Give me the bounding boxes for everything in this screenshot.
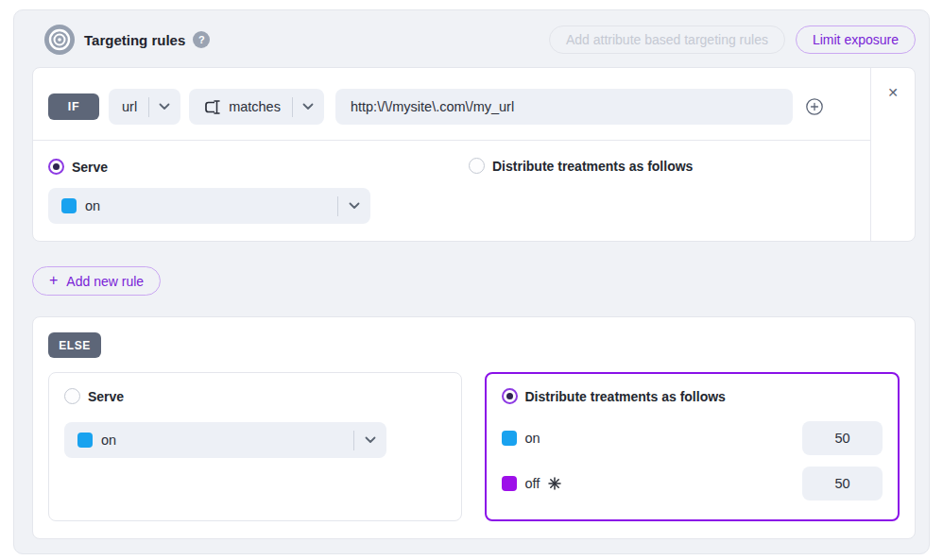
rule-side-column: ✕ <box>870 68 915 241</box>
default-treatment-select-value: on <box>101 433 353 448</box>
rule-divider <box>33 140 870 141</box>
serve-subcard: Serve on <box>48 372 462 521</box>
add-condition-icon[interactable] <box>805 97 824 116</box>
treatment-swatch <box>502 476 517 491</box>
plus-icon: + <box>49 273 58 288</box>
treatment-percent-input[interactable] <box>802 421 883 455</box>
treatment-select[interactable]: on <box>48 188 370 224</box>
default-rule-options: Serve on Distribute treatments as follow… <box>48 372 900 521</box>
matcher-select[interactable]: matches <box>189 89 324 125</box>
target-icon <box>44 25 75 55</box>
rule-condition-row: IF url matches <box>48 89 855 125</box>
panel-header: Targeting rules ? Add attribute based ta… <box>14 25 929 55</box>
distribute-radio-label: Distribute treatments as follows <box>492 159 693 174</box>
attribute-select[interactable]: url <box>109 89 180 125</box>
add-new-rule-label: Add new rule <box>66 274 144 289</box>
serve-radio-label: Serve <box>72 160 108 175</box>
default-distribute-radio[interactable]: Distribute treatments as follows <box>502 388 726 404</box>
distribute-radio[interactable]: Distribute treatments as follows <box>469 158 693 174</box>
treatment-name: off <box>525 476 540 491</box>
default-treatment-select[interactable]: on <box>64 422 386 458</box>
select-divider <box>337 196 338 216</box>
radio-unchecked-icon <box>64 388 80 404</box>
default-distribute-radio-label: Distribute treatments as follows <box>525 389 726 404</box>
help-icon[interactable]: ? <box>193 31 210 48</box>
chevron-down-icon <box>159 103 170 110</box>
add-attribute-rules-button: Add attribute based targeting rules <box>549 25 785 54</box>
string-matcher-icon <box>202 99 222 115</box>
select-divider <box>148 97 149 117</box>
radio-checked-icon <box>48 159 64 175</box>
default-serve-radio-label: Serve <box>88 389 124 404</box>
treatment-percent-input[interactable] <box>802 467 883 501</box>
select-divider <box>292 97 293 117</box>
else-badge: ELSE <box>48 332 101 358</box>
radio-checked-icon <box>502 388 518 404</box>
chevron-down-icon <box>349 202 360 210</box>
matcher-select-value: matches <box>229 99 281 114</box>
treatment-swatch <box>502 431 517 446</box>
targeting-rules-panel: Targeting rules ? Add attribute based ta… <box>13 9 930 554</box>
treatment-name: on <box>525 431 540 446</box>
match-value-input[interactable] <box>335 89 793 125</box>
add-new-rule-button[interactable]: + Add new rule <box>32 266 161 296</box>
chevron-down-icon <box>365 436 376 444</box>
rule-main: IF url matches <box>33 68 870 241</box>
select-divider <box>353 431 354 450</box>
radio-unchecked-icon <box>469 158 485 174</box>
close-icon[interactable]: ✕ <box>887 86 899 99</box>
if-badge: IF <box>48 93 99 120</box>
treatment-row: off <box>502 467 883 501</box>
limit-exposure-button[interactable]: Limit exposure <box>796 25 916 54</box>
page-title: Targeting rules <box>84 32 185 48</box>
treatment-swatch <box>61 198 77 213</box>
chevron-down-icon <box>302 103 314 110</box>
treatment-row: on <box>502 421 883 455</box>
treatment-select-value: on <box>85 198 337 213</box>
rule-card: IF url matches <box>32 67 916 242</box>
default-serve-radio[interactable]: Serve <box>64 388 124 404</box>
distribute-subcard: Distribute treatments as follows on off <box>485 372 900 521</box>
attribute-select-value: url <box>122 99 137 114</box>
serve-radio[interactable]: Serve <box>48 159 108 175</box>
default-treatment-icon <box>548 477 561 490</box>
treatment-swatch <box>77 433 93 448</box>
serve-options-row: Serve Distribute treatments as follows <box>48 157 855 175</box>
serve-option: Serve <box>48 157 469 175</box>
default-rule-card: ELSE Serve on Dis <box>32 316 916 539</box>
